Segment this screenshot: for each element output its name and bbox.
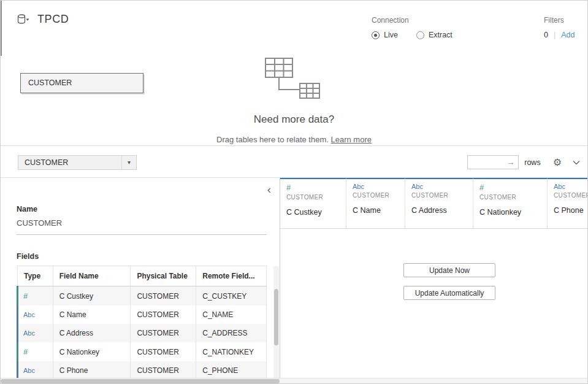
collapse-panel-chevron-icon[interactable]: ‹ [267, 183, 271, 196]
physical-table-cell: CUSTOMER [131, 305, 196, 324]
string-type-icon: Abc [23, 329, 35, 337]
chevron-down-icon[interactable] [573, 160, 580, 165]
empty-state-subtitle-text: Drag tables here to relate them. [216, 135, 329, 144]
remote-field-cell: C_CUSTKEY [196, 286, 267, 306]
connection-label: Connection [372, 16, 452, 25]
title-group: TPCD [17, 13, 69, 26]
radio-icon [416, 31, 424, 39]
field-row-c-address[interactable]: Abc C Address CUSTOMER C_ADDRESS [18, 324, 267, 342]
grid-toolbar: CUSTOMER ▾ → rows ⚙ [1, 145, 587, 178]
empty-state: Need more data? Drag tables here to rela… [1, 57, 587, 144]
number-type-icon: # [479, 183, 541, 192]
radio-live[interactable]: Live [372, 31, 398, 39]
column-field-name: C Nationkey [479, 208, 541, 217]
column-header-type: Type [18, 266, 53, 286]
physical-table-cell: CUSTOMER [131, 286, 196, 306]
radio-extract[interactable]: Extract [416, 31, 452, 39]
column-header-physical-table: Physical Table [131, 266, 196, 286]
number-type-icon: # [23, 291, 28, 301]
column-header-remote-field: Remote Field... [196, 266, 267, 286]
learn-more-link[interactable]: Learn more [330, 135, 371, 144]
fields-label: Fields [17, 252, 39, 261]
empty-state-subtitle: Drag tables here to relate them. Learn m… [1, 135, 587, 144]
name-label: Name [17, 205, 37, 213]
table-select-dropdown[interactable]: CUSTOMER ▾ [18, 155, 137, 170]
horizontal-scrollbar-track [1, 378, 587, 383]
header: TPCD Connection Live Extract Filters 0 |… [1, 1, 587, 56]
horizontal-scrollbar-thumb[interactable] [1, 379, 280, 383]
fields-table: Type Field Name Physical Table Remote Fi… [17, 266, 267, 379]
gear-icon[interactable]: ⚙ [553, 158, 562, 167]
radio-live-label: Live [384, 31, 398, 39]
grid-column-header-c-custkey[interactable]: # CUSTOMER C Custkey [280, 178, 346, 228]
filters-count: 0 [544, 31, 548, 39]
grid-column-header-c-phone[interactable]: Abc CUSTOMER C Phone [548, 178, 587, 228]
column-table-name: CUSTOMER [411, 192, 467, 199]
column-table-name: CUSTOMER [479, 194, 541, 201]
vertical-scrollbar-track [273, 266, 279, 379]
datasource-page: TPCD Connection Live Extract Filters 0 |… [0, 0, 588, 384]
field-metadata-panel: ‹ Name CUSTOMER Fields Type Field Name P… [1, 178, 280, 379]
field-row-c-custkey[interactable]: # C Custkey CUSTOMER C_CUSTKEY [18, 286, 267, 306]
connection-radio-group: Live Extract [372, 31, 452, 39]
data-preview-grid: # CUSTOMER C Custkey Abc CUSTOMER C Name… [280, 178, 587, 379]
column-field-name: C Address [411, 206, 467, 215]
string-type-icon: Abc [23, 367, 35, 374]
column-field-name: C Name [353, 206, 399, 215]
physical-table-cell: CUSTOMER [131, 324, 196, 342]
field-name-cell: C Phone [53, 361, 131, 379]
field-name-cell: C Nationkey [53, 342, 131, 361]
filters-label: Filters [544, 16, 575, 25]
radio-extract-label: Extract [429, 31, 452, 39]
string-type-icon: Abc [23, 311, 35, 318]
column-table-name: CUSTOMER [286, 194, 340, 201]
update-automatically-button[interactable]: Update Automatically [403, 286, 495, 300]
vertical-scrollbar-thumb[interactable] [274, 289, 278, 345]
database-icon[interactable] [17, 13, 30, 26]
string-type-icon: Abc [353, 183, 399, 190]
update-now-button[interactable]: Update Now [403, 263, 495, 277]
remote-field-cell: C_NAME [196, 305, 267, 324]
column-header-field-name: Field Name [53, 266, 131, 286]
field-row-c-nationkey[interactable]: # C Nationkey CUSTOMER C_NATIONKEY [18, 342, 267, 361]
column-table-name: CUSTOMER [353, 192, 399, 199]
filters-divider: | [554, 31, 556, 39]
connection-section: Connection Live Extract [372, 16, 452, 39]
remote-field-cell: C_ADDRESS [196, 324, 267, 342]
number-type-icon: # [23, 347, 28, 356]
field-row-c-phone[interactable]: Abc C Phone CUSTOMER C_PHONE [18, 361, 267, 379]
string-type-icon: Abc [554, 183, 587, 190]
name-value-field[interactable]: CUSTOMER [17, 218, 267, 235]
remote-field-cell: C_PHONE [196, 361, 267, 379]
grid-column-header-c-nationkey[interactable]: # CUSTOMER C Nationkey [473, 178, 548, 228]
filters-row: 0 | Add [544, 31, 575, 39]
field-name-cell: C Name [53, 305, 131, 324]
filters-section: Filters 0 | Add [544, 16, 575, 39]
string-type-icon: Abc [411, 183, 467, 190]
bottom-split: ‹ Name CUSTOMER Fields Type Field Name P… [1, 178, 587, 379]
grid-column-header-c-address[interactable]: Abc CUSTOMER C Address [405, 178, 473, 228]
page-title: TPCD [37, 13, 69, 26]
toolbar-right-controls: → rows ⚙ [467, 155, 580, 169]
remote-field-cell: C_NATIONKEY [196, 342, 267, 361]
tables-relate-illustration-icon [265, 57, 324, 102]
number-type-icon: # [286, 183, 340, 192]
field-name-cell: C Address [53, 324, 131, 342]
grid-column-header-c-name[interactable]: Abc CUSTOMER C Name [346, 178, 405, 228]
relationship-canvas: CUSTOMER [1, 56, 587, 145]
column-field-name: C Phone [554, 206, 587, 215]
physical-table-cell: CUSTOMER [131, 342, 196, 361]
right-arrow-icon: → [506, 158, 518, 167]
field-name-cell: C Custkey [53, 286, 131, 306]
rows-label: rows [524, 158, 540, 167]
rows-input-wrap: → [467, 155, 519, 169]
table-select-value: CUSTOMER [25, 158, 68, 167]
field-row-c-name[interactable]: Abc C Name CUSTOMER C_NAME [18, 305, 267, 324]
empty-state-title: Need more data? [1, 113, 587, 126]
fields-table-header-row: Type Field Name Physical Table Remote Fi… [18, 266, 267, 286]
add-filter-link[interactable]: Add [561, 31, 575, 39]
caret-down-icon: ▾ [121, 156, 136, 169]
rows-count-input[interactable] [468, 156, 502, 169]
grid-header-row: # CUSTOMER C Custkey Abc CUSTOMER C Name… [280, 178, 587, 229]
column-table-name: CUSTOMER [554, 192, 587, 199]
